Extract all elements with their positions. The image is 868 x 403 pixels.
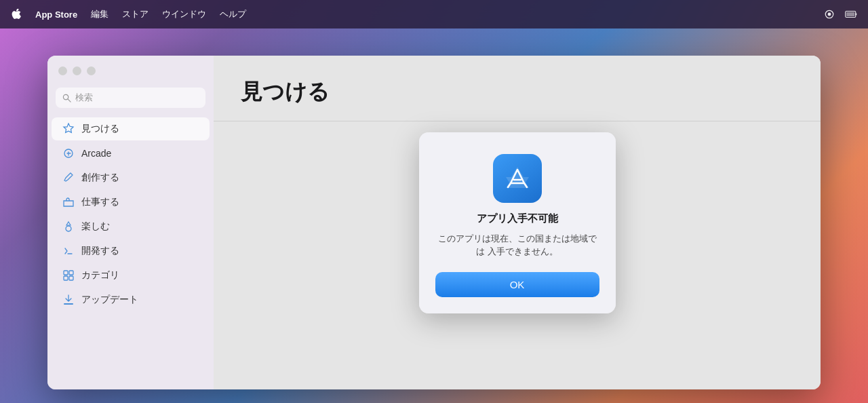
sidebar-item-play[interactable]: 楽しむ [52, 215, 210, 238]
svg-rect-3 [846, 12, 854, 16]
menubar: App Store 編集 ストア ウインドウ ヘルプ [0, 0, 868, 28]
download-icon [62, 294, 75, 306]
svg-rect-9 [69, 271, 73, 275]
sidebar-label-create: 創作する [81, 172, 119, 184]
play-icon [62, 220, 75, 233]
svg-point-1 [828, 13, 831, 16]
search-bar[interactable]: 検索 [56, 88, 205, 108]
svg-point-5 [63, 94, 68, 99]
appstore-icon [502, 163, 533, 194]
display-icon[interactable] [845, 8, 857, 20]
develop-icon [62, 245, 75, 257]
menubar-right-icons [823, 8, 857, 20]
window-body: 検索 見つける Arcade 創作する [47, 56, 821, 389]
sidebar-label-discover: 見つける [81, 123, 119, 135]
sidebar-label-develop: 開発する [81, 245, 119, 257]
app-window: 検索 見つける Arcade 創作する [47, 56, 821, 389]
sidebar-item-discover[interactable]: 見つける [52, 117, 210, 140]
star-icon [62, 123, 75, 135]
grid-icon [62, 269, 75, 282]
sidebar-label-categories: カテゴリ [81, 269, 119, 282]
dialog-overlay: アプリ入手不可能 このアプリは現在、この国または地域では 入手できません。 OK [214, 56, 821, 389]
dialog-message: このアプリは現在、この国または地域では 入手できません。 [435, 232, 599, 258]
svg-rect-12 [64, 303, 73, 305]
traffic-light-close[interactable] [58, 66, 67, 75]
pencil-icon [62, 172, 75, 184]
svg-rect-8 [64, 271, 68, 275]
traffic-light-minimize[interactable] [73, 66, 81, 75]
app-unavailable-dialog: アプリ入手不可能 このアプリは現在、この国または地域では 入手できません。 OK [419, 132, 616, 313]
menu-window[interactable]: ウインドウ [162, 8, 206, 20]
sidebar-item-develop[interactable]: 開発する [52, 239, 210, 263]
apple-logo-icon [11, 9, 22, 20]
traffic-light-maximize[interactable] [87, 66, 96, 75]
sidebar-item-create[interactable]: 創作する [52, 166, 210, 189]
sidebar-item-updates[interactable]: アップデート [52, 288, 210, 311]
sidebar-label-updates: アップデート [81, 294, 138, 306]
sidebar-item-categories[interactable]: カテゴリ [52, 264, 210, 287]
svg-line-6 [68, 99, 71, 102]
search-placeholder: 検索 [75, 92, 93, 104]
menu-help[interactable]: ヘルプ [220, 8, 246, 20]
search-icon [62, 94, 71, 102]
dialog-app-icon [493, 154, 542, 203]
arcade-icon [62, 147, 75, 159]
sidebar-item-work[interactable]: 仕事する [52, 191, 210, 214]
menu-store[interactable]: ストア [122, 8, 149, 20]
main-content: 見つける [214, 56, 821, 389]
dialog-ok-button[interactable]: OK [435, 272, 599, 297]
sidebar-label-arcade: Arcade [81, 148, 111, 159]
dialog-title: アプリ入手不可能 [477, 212, 558, 225]
menu-edit[interactable]: 編集 [91, 8, 108, 20]
svg-point-7 [66, 226, 71, 231]
app-name-menu[interactable]: App Store [35, 9, 77, 20]
work-icon [62, 196, 75, 208]
sidebar-label-play: 楽しむ [81, 220, 110, 233]
sidebar-item-arcade[interactable]: Arcade [52, 142, 210, 165]
sidebar-label-work: 仕事する [81, 196, 119, 208]
svg-rect-11 [69, 276, 73, 280]
svg-rect-4 [856, 14, 857, 16]
traffic-lights [47, 66, 214, 86]
svg-rect-10 [64, 276, 68, 280]
control-center-icon[interactable] [823, 8, 835, 20]
sidebar: 検索 見つける Arcade 創作する [47, 56, 214, 389]
